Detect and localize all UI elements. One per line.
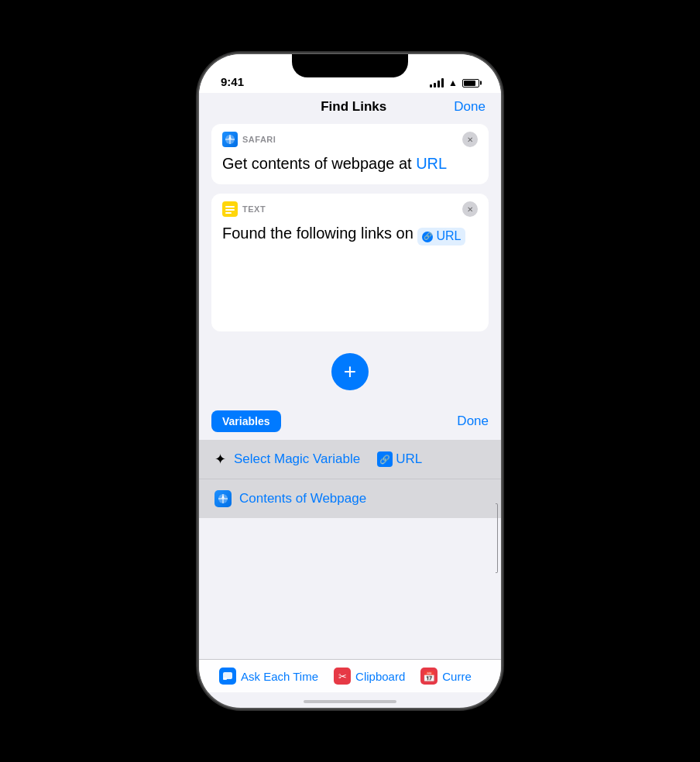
ask-label: Ask Each Time — [241, 670, 318, 683]
magic-wand-icon: ✦ — [214, 451, 226, 468]
safari-close-button[interactable]: ✕ — [462, 132, 478, 147]
home-indicator — [304, 700, 396, 703]
safari-url-token[interactable]: URL — [416, 155, 447, 172]
clipboard-label: Clipboard — [355, 670, 405, 683]
url-link-icon: 🔗 — [377, 451, 393, 467]
safari-card-body: Get contents of webpage at URL — [211, 153, 489, 184]
page-title: Find Links — [321, 99, 386, 115]
safari-action-card: SAFARI ✕ Get contents of webpage at URL — [211, 124, 489, 184]
safari-card-text: Get contents of webpage at URL — [222, 155, 447, 172]
text-card-body: Found the following links on 🔗 URL — [211, 223, 489, 331]
variable-select-magic-label: Select Magic Variable — [234, 451, 360, 467]
variable-item-magic[interactable]: ✦ Select Magic Variable 🔗 URL — [199, 440, 501, 479]
text-card-text: Found the following links on 🔗 URL — [222, 225, 465, 242]
text-card-header: TEXT ✕ — [211, 194, 489, 223]
bottom-variables-strip: Ask Each Time ✂ Clipboard 📅 Curre — [199, 659, 501, 692]
text-close-button[interactable]: ✕ — [462, 201, 478, 217]
text-action-card: TEXT ✕ Found the following links on 🔗 UR… — [211, 194, 489, 331]
notch — [292, 54, 408, 77]
text-url-token[interactable]: 🔗 URL — [417, 228, 465, 245]
bottom-item-clipboard[interactable]: ✂ Clipboard — [326, 668, 413, 685]
variable-url-label[interactable]: URL — [396, 451, 422, 467]
scroll-bracket — [496, 503, 498, 573]
svg-rect-4 — [225, 206, 235, 208]
add-button-container: + — [199, 341, 501, 403]
svg-rect-12 — [223, 678, 227, 680]
svg-rect-5 — [225, 209, 235, 211]
variable-webpage-label: Contents of Webpage — [239, 491, 366, 506]
ask-icon — [219, 668, 236, 685]
variables-done-button[interactable]: Done — [457, 414, 489, 429]
phone-frame: 9:41 ▲ Find Links Done — [199, 54, 501, 708]
variables-list: ✦ Select Magic Variable 🔗 URL Contents o… — [199, 440, 501, 518]
wifi-icon: ▲ — [448, 77, 458, 88]
current-label: Curre — [442, 670, 472, 683]
battery-icon — [462, 79, 479, 88]
url-token-icon: 🔗 — [422, 232, 433, 242]
main-content: SAFARI ✕ Get contents of webpage at URL — [199, 124, 501, 341]
status-icons: ▲ — [430, 77, 479, 88]
svg-rect-6 — [225, 212, 232, 214]
nav-bar: Find Links Done — [199, 93, 501, 124]
signal-bars-icon — [430, 78, 444, 88]
text-card-label: TEXT — [242, 204, 266, 214]
variables-bar: Variables Done — [199, 403, 501, 440]
bottom-item-current[interactable]: 📅 Curre — [413, 668, 479, 685]
safari-card-icon — [222, 132, 238, 147]
clipboard-icon: ✂ — [334, 668, 351, 685]
variable-safari-icon — [214, 490, 232, 507]
safari-card-label: SAFARI — [242, 135, 276, 144]
bottom-item-ask[interactable]: Ask Each Time — [211, 668, 326, 685]
calendar-icon: 📅 — [420, 668, 438, 685]
safari-card-header: SAFARI ✕ — [211, 124, 489, 153]
text-card-icon — [222, 201, 238, 217]
nav-done-button[interactable]: Done — [454, 99, 486, 115]
status-time: 9:41 — [221, 75, 244, 88]
add-action-button[interactable]: + — [331, 353, 369, 390]
variables-button[interactable]: Variables — [211, 410, 281, 432]
variable-item-webpage[interactable]: Contents of Webpage — [199, 479, 501, 518]
